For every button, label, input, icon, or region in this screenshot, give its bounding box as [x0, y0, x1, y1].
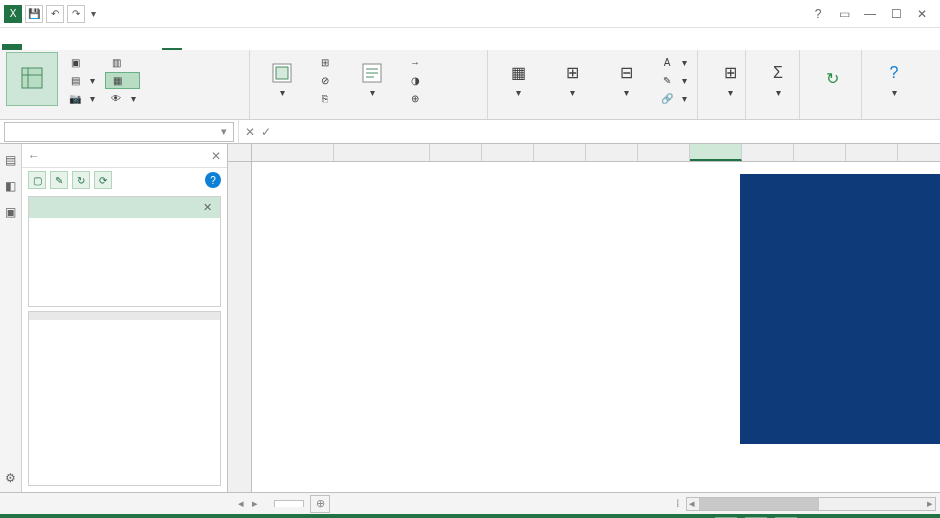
combine-button[interactable]: ⊕ [404, 90, 430, 107]
sheet-tab-bar: ◂ ▸ ⊕ ⁞ ◂ ▸ [0, 492, 940, 514]
window-controls: ? ▭ — ☐ ✕ [806, 4, 940, 24]
row-headers [228, 162, 252, 492]
prevent-dup-icon: ⊘ [318, 74, 332, 88]
panel-tool-edit[interactable]: ✎ [50, 171, 68, 189]
qat-save[interactable]: 💾 [25, 5, 43, 23]
navigation-icon [20, 66, 44, 90]
titlebar: X 💾 ↶ ↷ ▾ ? ▭ — ☐ ✕ [0, 0, 940, 28]
text-icon: A [660, 56, 674, 70]
rail-item3-icon[interactable]: ▣ [3, 204, 19, 220]
formula-button[interactable]: Σ ▾ [752, 52, 804, 106]
status-bar: ▣ ▦ ▤ ▥ − + [0, 514, 940, 518]
qat-redo[interactable]: ↷ [67, 5, 85, 23]
help-icon[interactable]: ? [806, 4, 830, 24]
hscroll-thumb[interactable] [699, 498, 819, 510]
columns-button[interactable]: ▥ [105, 54, 140, 71]
col-header-E[interactable] [534, 144, 586, 161]
select-all-corner[interactable] [228, 144, 252, 161]
sheet-item[interactable] [29, 312, 220, 320]
help-button[interactable]: ? ▾ [868, 52, 920, 106]
add-sheet-button[interactable]: ⊕ [310, 495, 330, 513]
workbook-list: ✕ [28, 196, 221, 307]
close-icon[interactable]: ✕ [910, 4, 934, 24]
format-button[interactable]: ✎ ▾ [656, 72, 691, 89]
formula-bar: ▾ ✕ ✓ [0, 120, 940, 144]
hscroll-split[interactable]: ⁞ [670, 497, 686, 510]
content-button[interactable]: ▾ [346, 52, 398, 106]
formula-input[interactable] [283, 122, 940, 142]
link-button[interactable]: 🔗 ▾ [656, 90, 691, 107]
col-header-H[interactable] [690, 144, 742, 161]
enter-formula-icon[interactable]: ✓ [261, 125, 271, 139]
to-actual-icon: → [408, 56, 422, 70]
prevent-duplicate-button[interactable]: ⊘ [314, 72, 340, 89]
workbook-item[interactable]: ✕ [29, 197, 220, 218]
to-actual-button[interactable]: → [404, 54, 430, 71]
rail-item2-icon[interactable]: ◧ [3, 178, 19, 194]
insert-button[interactable]: ⊞ ▾ [548, 52, 596, 106]
workbook-close-icon[interactable]: ✕ [203, 201, 212, 214]
range-icon [270, 61, 294, 85]
sheet-nav-last-icon[interactable]: ▸ [252, 497, 258, 510]
more-icon: ⊞ [718, 61, 742, 85]
navigation-button[interactable] [6, 52, 58, 106]
col-header-A[interactable] [252, 144, 334, 161]
col-header-G[interactable] [638, 144, 690, 161]
panel-close-icon[interactable]: ✕ [211, 149, 221, 163]
cancel-formula-icon[interactable]: ✕ [245, 125, 255, 139]
qat-dropdown[interactable]: ▾ [88, 5, 98, 23]
col-header-D[interactable] [482, 144, 534, 161]
col-header-I[interactable] [742, 144, 794, 161]
reading-layout-icon: ▤ [68, 74, 82, 88]
qat-excel-icon[interactable]: X [4, 5, 22, 23]
range-button[interactable]: ▾ [256, 52, 308, 106]
name-box[interactable]: ▾ [4, 122, 234, 142]
text-button[interactable]: A ▾ [656, 54, 691, 71]
select-button[interactable]: ▦ ▾ [494, 52, 542, 106]
snap-icon: 📷 [68, 92, 82, 106]
name-box-dropdown-icon[interactable]: ▾ [221, 125, 227, 138]
col-header-F[interactable] [586, 144, 638, 161]
qat-undo[interactable]: ↶ [46, 5, 64, 23]
fx-area: ✕ ✓ [238, 120, 283, 143]
snap-button[interactable]: 📷 ▾ [64, 90, 99, 107]
copy-ranges-icon: ⎘ [318, 92, 332, 106]
minimize-icon[interactable]: — [858, 4, 882, 24]
round-button[interactable]: ◑ [404, 72, 430, 89]
horizontal-scrollbar[interactable]: ◂ ▸ [686, 497, 936, 511]
col-header-C[interactable] [430, 144, 482, 161]
delete-button[interactable]: ⊟ ▾ [602, 52, 650, 106]
hscroll-left-icon[interactable]: ◂ [689, 497, 695, 510]
panel-help-icon[interactable]: ? [205, 172, 221, 188]
panel-tool-new[interactable]: ▢ [28, 171, 46, 189]
worksheets-button[interactable]: ▦ [105, 72, 140, 89]
panel-toolbar: ▢ ✎ ↻ ⟳ ? [22, 168, 227, 192]
hscroll-right-icon[interactable]: ▸ [927, 497, 933, 510]
rail-nav-icon[interactable]: ▤ [3, 152, 19, 168]
reading-layout-button[interactable]: ▤ ▾ [64, 72, 99, 89]
sheet-tab-1[interactable] [274, 500, 304, 507]
rail-settings-icon[interactable]: ⚙ [3, 470, 19, 486]
panel-tool-sync[interactable]: ⟳ [94, 171, 112, 189]
work-area-button[interactable]: ▣ [64, 54, 99, 71]
show-hide-button[interactable]: 👁 ▾ [105, 90, 140, 107]
spreadsheet-grid [228, 144, 940, 492]
panel-back-icon[interactable]: ← [28, 149, 40, 163]
round-icon: ◑ [408, 74, 422, 88]
copy-ranges-button[interactable]: ⎘ [314, 90, 340, 107]
sheet-nav-first-icon[interactable]: ◂ [238, 497, 244, 510]
rerun-button[interactable]: ↻ [806, 52, 858, 106]
panel-tool-refresh[interactable]: ↻ [72, 171, 90, 189]
col-header-B[interactable] [334, 144, 430, 161]
ribbon-display-icon[interactable]: ▭ [832, 4, 856, 24]
link-icon: 🔗 [660, 92, 674, 106]
column-headers [228, 144, 940, 162]
col-header-J[interactable] [794, 144, 846, 161]
formula-icon: Σ [766, 61, 790, 85]
maximize-icon[interactable]: ☐ [884, 4, 908, 24]
tab-kutools[interactable] [162, 42, 182, 50]
workbook-sheet-panel: ← ✕ ▢ ✎ ↻ ⟳ ? ✕ [22, 144, 228, 492]
compare-ranges-button[interactable]: ⊞ [314, 54, 340, 71]
ribbon-tabs [0, 28, 940, 50]
col-header-K[interactable] [846, 144, 898, 161]
